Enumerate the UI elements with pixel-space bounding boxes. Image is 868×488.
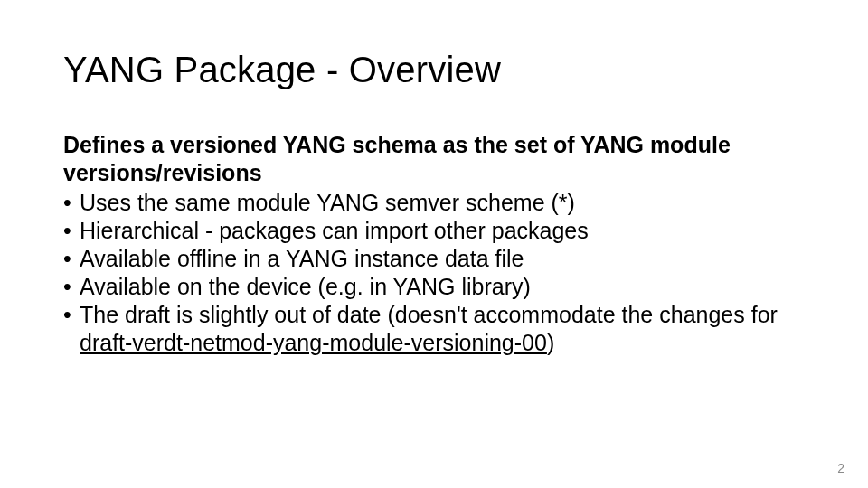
bullet-list: Uses the same module YANG semver scheme …	[63, 189, 805, 357]
bullet-item: Uses the same module YANG semver scheme …	[63, 189, 805, 217]
slide-title: YANG Package - Overview	[63, 50, 805, 89]
slide: YANG Package - Overview Defines a versio…	[0, 0, 868, 488]
bullet-item: Hierarchical - packages can import other…	[63, 217, 805, 245]
bullet-item: Available offline in a YANG instance dat…	[63, 245, 805, 273]
bullet-text-before: The draft is slightly out of date (doesn…	[80, 302, 778, 327]
bullet-item-last: The draft is slightly out of date (doesn…	[63, 301, 805, 357]
page-number: 2	[837, 461, 844, 475]
draft-link[interactable]: draft-verdt-netmod-yang-module-versionin…	[80, 330, 547, 355]
slide-body: Defines a versioned YANG schema as the s…	[63, 131, 805, 357]
bullet-item: Available on the device (e.g. in YANG li…	[63, 273, 805, 301]
lead-paragraph: Defines a versioned YANG schema as the s…	[63, 131, 805, 187]
bullet-text-after: )	[547, 330, 554, 355]
